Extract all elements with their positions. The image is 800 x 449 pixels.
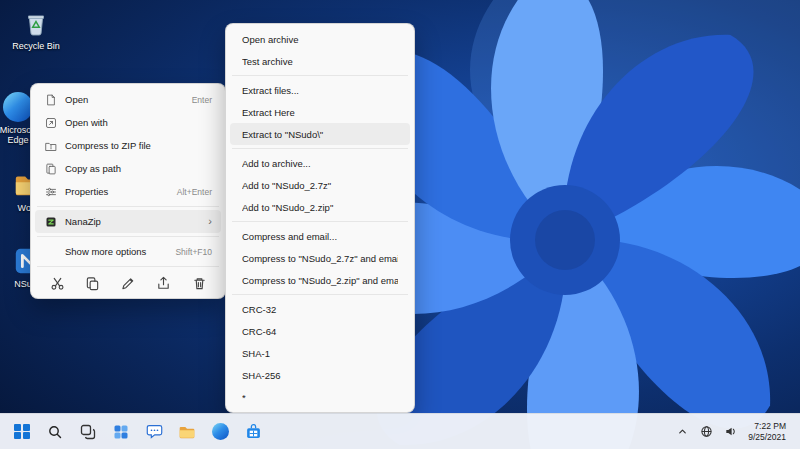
submenu-item-add-to-7z[interactable]: Add to "NSudo_2.7z": [230, 174, 410, 196]
submenu-item-add-to-zip[interactable]: Add to "NSudo_2.zip": [230, 196, 410, 218]
volume-button[interactable]: [720, 420, 740, 444]
menu-item-label: Properties: [65, 186, 169, 197]
hidden-icons-button[interactable]: [672, 420, 692, 444]
submenu-item-label: Open archive: [242, 34, 398, 45]
submenu-item-label: Add to "NSudo_2.zip": [242, 202, 398, 213]
menu-separator: [37, 236, 219, 237]
delete-icon: [192, 276, 207, 291]
submenu-item-label: Extract to "NSudo\": [242, 129, 398, 140]
submenu-item-compress-email[interactable]: Compress and email...: [230, 225, 410, 247]
submenu-item-label: Extract files...: [242, 85, 398, 96]
context-menu: Open Enter Open with Compress to ZIP fil…: [30, 83, 226, 299]
copy-icon: [85, 276, 100, 291]
volume-icon: [724, 425, 737, 438]
file-explorer-icon: [178, 423, 196, 441]
task-view-button[interactable]: [74, 418, 102, 446]
windows-logo-icon: [14, 424, 30, 440]
chevron-right-icon: ›: [208, 216, 212, 227]
submenu-item-label: SHA-256: [242, 370, 398, 381]
desktop-icon-label: Recycle Bin: [12, 41, 60, 51]
submenu-item-open-archive[interactable]: Open archive: [230, 28, 410, 50]
desktop: Recycle Bin Microsoft Edge Work NSudo Op…: [0, 0, 800, 449]
menu-item-open[interactable]: Open Enter: [35, 88, 221, 111]
widgets-button[interactable]: [107, 418, 135, 446]
menu-item-label: Copy as path: [65, 163, 204, 174]
share-button[interactable]: [150, 272, 178, 294]
menu-separator: [232, 221, 408, 222]
file-explorer-button[interactable]: [173, 418, 201, 446]
menu-item-open-with[interactable]: Open with: [35, 111, 221, 134]
submenu-item-label: Compress to "NSudo_2.7z" and email: [242, 253, 398, 264]
submenu-item-label: Compress to "NSudo_2.zip" and email: [242, 275, 398, 286]
network-button[interactable]: [696, 420, 716, 444]
menu-separator: [232, 294, 408, 295]
taskbar: 7:22 PM 9/25/2021: [0, 413, 800, 449]
menu-item-properties[interactable]: Properties Alt+Enter: [35, 180, 221, 203]
chat-icon: [146, 423, 163, 440]
search-button[interactable]: [41, 418, 69, 446]
submenu-item-label: Add to "NSudo_2.7z": [242, 180, 398, 191]
menu-item-label: Open with: [65, 117, 204, 128]
open-with-icon: [44, 116, 57, 129]
menu-separator: [37, 206, 219, 207]
widgets-icon: [113, 424, 129, 440]
search-icon: [47, 424, 63, 440]
edge-icon: [212, 423, 229, 440]
properties-icon: [44, 185, 57, 198]
task-view-icon: [80, 424, 96, 440]
copy-path-icon: [44, 162, 57, 175]
submenu-item-crc64[interactable]: CRC-64: [230, 320, 410, 342]
document-icon: [44, 93, 57, 106]
store-button[interactable]: [239, 418, 267, 446]
menu-item-label: Open: [65, 94, 184, 105]
menu-item-shortcut: Enter: [192, 95, 212, 105]
menu-separator: [232, 75, 408, 76]
copy-button[interactable]: [79, 272, 107, 294]
nanazip-icon: [44, 215, 57, 228]
system-tray: 7:22 PM 9/25/2021: [672, 420, 792, 444]
submenu-item-compress-7z-email[interactable]: Compress to "NSudo_2.7z" and email: [230, 247, 410, 269]
recycle-bin-icon: [21, 8, 51, 38]
zip-folder-icon: [44, 139, 57, 152]
store-icon: [245, 423, 262, 440]
menu-item-nanazip[interactable]: NanaZip ›: [35, 210, 221, 233]
submenu-item-compress-zip-email[interactable]: Compress to "NSudo_2.zip" and email: [230, 269, 410, 291]
submenu-item-all-hashes[interactable]: *: [230, 386, 410, 408]
menu-item-shortcut: Shift+F10: [175, 247, 212, 257]
empty-icon-slot: [44, 245, 57, 258]
submenu-item-label: Extract Here: [242, 107, 398, 118]
submenu-item-label: Compress and email...: [242, 231, 398, 242]
menu-item-label: NanaZip: [65, 216, 200, 227]
desktop-icon-recycle-bin[interactable]: Recycle Bin: [8, 8, 64, 51]
submenu-item-test-archive[interactable]: Test archive: [230, 50, 410, 72]
network-globe-icon: [700, 425, 713, 438]
submenu-item-label: Test archive: [242, 56, 398, 67]
share-icon: [156, 276, 171, 291]
clock-date: 9/25/2021: [748, 432, 786, 443]
submenu-item-sha1[interactable]: SHA-1: [230, 342, 410, 364]
submenu-item-add-to-archive[interactable]: Add to archive...: [230, 152, 410, 174]
submenu-item-label: SHA-1: [242, 348, 398, 359]
clock-time: 7:22 PM: [748, 421, 786, 432]
cut-icon: [50, 276, 65, 291]
menu-item-show-more-options[interactable]: Show more options Shift+F10: [35, 240, 221, 263]
menu-separator: [37, 266, 219, 267]
submenu-item-sha256[interactable]: SHA-256: [230, 364, 410, 386]
rename-icon: [121, 276, 136, 291]
submenu-item-crc32[interactable]: CRC-32: [230, 298, 410, 320]
edge-button[interactable]: [206, 418, 234, 446]
rename-button[interactable]: [114, 272, 142, 294]
taskbar-clock[interactable]: 7:22 PM 9/25/2021: [744, 421, 792, 442]
delete-button[interactable]: [185, 272, 213, 294]
start-button[interactable]: [8, 418, 36, 446]
submenu-item-extract-to-nsudo[interactable]: Extract to "NSudo\": [230, 123, 410, 145]
menu-item-label: Compress to ZIP file: [65, 140, 204, 151]
submenu-item-extract-here[interactable]: Extract Here: [230, 101, 410, 123]
menu-item-compress-zip[interactable]: Compress to ZIP file: [35, 134, 221, 157]
menu-item-copy-as-path[interactable]: Copy as path: [35, 157, 221, 180]
cut-button[interactable]: [43, 272, 71, 294]
menu-item-shortcut: Alt+Enter: [177, 187, 212, 197]
quick-actions-row: [35, 270, 221, 294]
chat-button[interactable]: [140, 418, 168, 446]
submenu-item-extract-files[interactable]: Extract files...: [230, 79, 410, 101]
